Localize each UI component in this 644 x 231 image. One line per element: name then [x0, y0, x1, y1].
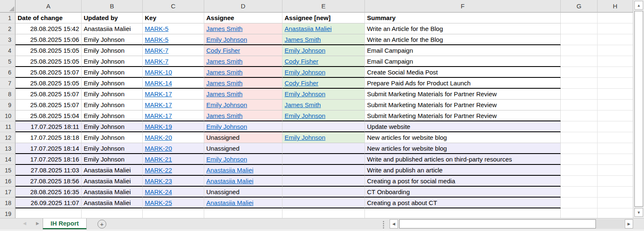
cell-key[interactable]: MARK-20: [143, 143, 204, 154]
cell-assignee-new-link[interactable]: Emily Johnson: [285, 112, 326, 119]
cell-key-link[interactable]: MARK-5: [145, 36, 169, 43]
cell-key[interactable]: MARK-17: [143, 89, 204, 100]
row-number[interactable]: 7: [0, 78, 15, 89]
cell-date[interactable]: 28.08.2025 15:42: [15, 23, 82, 34]
cell-assignee-new[interactable]: Cody Fisher: [282, 78, 365, 89]
cell-empty[interactable]: [561, 187, 598, 198]
scroll-up-button[interactable]: ▲: [634, 1, 643, 10]
row-number[interactable]: 16: [0, 176, 15, 187]
cell-empty[interactable]: [598, 78, 633, 89]
column-header-b[interactable]: B: [82, 0, 143, 13]
cell-key-link[interactable]: MARK-7: [145, 58, 169, 65]
cell-key[interactable]: MARK-19: [143, 121, 204, 132]
cell-date[interactable]: 27.08.2025 11:03: [15, 165, 82, 176]
cell-date[interactable]: 25.08.2025 15:07: [15, 89, 82, 100]
cell-updated-by[interactable]: Emily Johnson: [82, 67, 143, 78]
cell-key-link[interactable]: MARK-20: [145, 134, 172, 141]
cell-assignee[interactable]: James Smith: [204, 78, 282, 89]
cell-updated-by[interactable]: Anastasiia Maliei: [82, 187, 143, 198]
cell-empty[interactable]: [561, 165, 598, 176]
cell-empty[interactable]: [561, 100, 598, 110]
cell-summary[interactable]: Submit Marketing Materials for Partner R…: [365, 110, 561, 121]
cell-date[interactable]: 17.07.2025 18:18: [15, 132, 82, 143]
cell-key-link[interactable]: MARK-17: [145, 112, 172, 119]
cell-assignee-new-link[interactable]: Emily Johnson: [285, 69, 326, 76]
cell-key[interactable]: MARK-23: [143, 176, 204, 187]
cell-key-link[interactable]: MARK-23: [145, 177, 172, 185]
cell-updated-by[interactable]: Emily Johnson: [82, 132, 143, 143]
cell-empty[interactable]: [598, 56, 633, 67]
cell-key-link[interactable]: MARK-19: [145, 123, 172, 130]
cell-key[interactable]: MARK-17: [143, 110, 204, 121]
cell-key[interactable]: MARK-17: [143, 100, 204, 110]
cell-date[interactable]: 17.07.2025 18:11: [15, 121, 82, 132]
cell-updated-by[interactable]: Emily Johnson: [82, 78, 143, 89]
row-number[interactable]: 14: [0, 154, 15, 165]
row-number[interactable]: 4: [0, 45, 15, 56]
cell-assignee-new-link[interactable]: Emily Johnson: [285, 90, 326, 98]
cell-empty[interactable]: [561, 23, 598, 34]
cell-assignee[interactable]: Unassigned: [204, 132, 282, 143]
cell-assignee-link[interactable]: Cody Fisher: [206, 47, 240, 54]
cell-assignee[interactable]: Anastasiia Maliei: [204, 165, 282, 176]
cell-key-link[interactable]: MARK-5: [145, 25, 169, 32]
cell-key[interactable]: MARK-5: [143, 23, 204, 34]
cell-assignee[interactable]: James Smith: [204, 67, 282, 78]
cell-key-link[interactable]: MARK-22: [145, 167, 172, 174]
cell-assignee[interactable]: James Smith: [204, 110, 282, 121]
cell-key-link[interactable]: MARK-20: [145, 145, 172, 152]
cell-assignee-link[interactable]: James Smith: [206, 69, 243, 76]
cell-assignee-new[interactable]: [282, 165, 365, 176]
cell-summary[interactable]: Write an Article for the Blog: [365, 23, 561, 34]
cell-updated-by[interactable]: Anastasiia Maliei: [82, 165, 143, 176]
row-number[interactable]: 8: [0, 89, 15, 100]
cell-key-link[interactable]: MARK-25: [145, 199, 172, 206]
cell-date[interactable]: 25.08.2025 15:07: [15, 67, 82, 78]
cell-assignee-new-link[interactable]: Cody Fisher: [285, 58, 318, 65]
cell-key[interactable]: MARK-7: [143, 45, 204, 56]
cell-empty[interactable]: [598, 100, 633, 110]
cell-assignee-new[interactable]: Anastasiia Maliei: [282, 23, 365, 34]
cell-assignee-new[interactable]: James Smith: [282, 34, 365, 45]
cell-date[interactable]: 25.08.2025 15:07: [15, 100, 82, 110]
cell-key[interactable]: MARK-14: [143, 78, 204, 89]
column-header-e[interactable]: E: [282, 0, 365, 13]
cell-assignee[interactable]: Emily Johnson: [204, 154, 282, 165]
cell-summary[interactable]: Email Campaign: [365, 45, 561, 56]
sheet-tab-ih-report[interactable]: IH Report: [43, 218, 87, 229]
cell-empty[interactable]: [561, 154, 598, 165]
cell-assignee[interactable]: Cody Fisher: [204, 45, 282, 56]
row-number[interactable]: 3: [0, 34, 15, 45]
column-header-a[interactable]: A: [15, 0, 82, 13]
cell-updated-by[interactable]: Emily Johnson: [82, 121, 143, 132]
cell-empty[interactable]: [598, 187, 633, 198]
vertical-scroll-thumb[interactable]: [634, 11, 643, 207]
cell-assignee[interactable]: James Smith: [204, 23, 282, 34]
cell-assignee-new-link[interactable]: Cody Fisher: [285, 80, 318, 87]
cell-assignee[interactable]: Anastasiia Maliei: [204, 176, 282, 187]
cell-summary[interactable]: Submit Marketing Materials for Partner R…: [365, 89, 561, 100]
row-number[interactable]: 9: [0, 100, 15, 110]
cell-assignee-link[interactable]: James Smith: [206, 80, 243, 87]
cell-summary[interactable]: Submit Marketing Materials for Partner R…: [365, 100, 561, 110]
cell-key[interactable]: MARK-22: [143, 165, 204, 176]
cell-updated-by[interactable]: Emily Johnson: [82, 143, 143, 154]
cell-summary[interactable]: Update website: [365, 121, 561, 132]
row-number[interactable]: 10: [0, 110, 15, 121]
cell-empty[interactable]: [561, 143, 598, 154]
cell-key-link[interactable]: MARK-17: [145, 101, 172, 108]
header-cell-g[interactable]: [561, 13, 598, 23]
header-cell-h[interactable]: [598, 13, 633, 23]
cell-updated-by[interactable]: Emily Johnson: [82, 45, 143, 56]
cell-date[interactable]: 25.08.2025 15:05: [15, 45, 82, 56]
cell-date[interactable]: 25.08.2025 15:05: [15, 56, 82, 67]
cell-assignee[interactable]: James Smith: [204, 56, 282, 67]
cell-date[interactable]: 17.07.2025 18:16: [15, 154, 82, 165]
cell-date[interactable]: 25.08.2025 15:05: [15, 78, 82, 89]
cell-date[interactable]: 26.09.2025 11:07: [15, 198, 82, 208]
cell-key[interactable]: MARK-10: [143, 67, 204, 78]
cell-key[interactable]: MARK-25: [143, 198, 204, 208]
cell-empty[interactable]: [598, 165, 633, 176]
cell-empty[interactable]: [598, 89, 633, 100]
cell-empty[interactable]: [598, 34, 633, 45]
